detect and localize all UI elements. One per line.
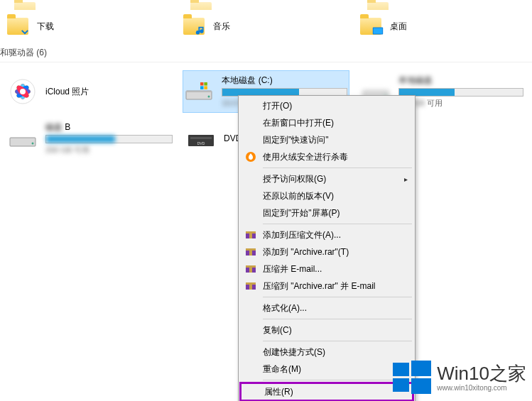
winrar-icon [244,246,257,258]
svg-rect-1 [373,28,382,34]
divider [0,62,532,62]
svg-rect-13 [186,91,212,92]
ctx-separator [263,341,412,341]
ctx-separator [263,380,412,380]
icloud-photos-drive[interactable]: iCloud 照片 [7,71,172,112]
music-label: 音乐 [213,21,230,33]
downloads-label: 下载 [37,21,54,33]
ctx-copy[interactable]: 复制(C) [240,322,413,339]
ctx-grant-access[interactable]: 授予访问权限(G) [240,170,413,187]
desktop-folder[interactable]: 桌面 [360,10,525,43]
ctx-separator [263,224,412,224]
context-menu: 打开(O) 在新窗口中打开(E) 固定到"快速访问" 使用火绒安全进行杀毒 授予… [238,95,416,401]
svg-rect-16 [205,82,208,86]
huorong-icon [244,150,257,163]
svg-rect-41 [393,378,409,392]
ctx-rename[interactable]: 重命名(M) [240,361,413,378]
ctx-restore-previous[interactable]: 还原以前的版本(V) [240,187,413,204]
folder-icon [7,18,28,35]
windows-logo-icon [393,358,431,397]
svg-rect-35 [249,265,252,273]
drive-usage-bar [398,88,523,97]
music-note-icon [195,25,207,38]
download-arrow-icon [18,25,31,38]
ctx-pin-start[interactable]: 固定到"开始"屏幕(P) [240,204,413,221]
svg-rect-15 [200,82,204,86]
hard-drive-icon [9,128,37,149]
icloud-photos-label: iCloud 照片 [45,86,89,98]
ctx-pin-quick-access[interactable]: 固定到"快速访问" [240,131,413,148]
desktop-monitor-icon [371,25,384,38]
watermark-url: www.win10xitong.com [437,384,506,392]
folder-icon [183,18,205,35]
drive-free-suffix: 100 GB 可用 [398,98,523,109]
svg-point-22 [32,143,34,145]
music-folder[interactable]: 音乐 [183,10,348,43]
svg-rect-29 [249,231,252,238]
ctx-separator [263,167,412,168]
ctx-separator [263,297,412,297]
downloads-folder[interactable]: 下载 [7,10,172,43]
ctx-add-to-archive[interactable]: 添加到压缩文件(A)... [240,226,413,243]
watermark: Win10之家 www.win10xitong.com [393,358,526,397]
icloud-photos-icon [9,77,37,106]
svg-rect-32 [249,248,252,256]
ctx-compress-rar-email[interactable]: 压缩到 "Archive.rar" 并 E-mail [240,278,413,295]
drive-label: 本地磁盘 [398,75,523,87]
ctx-open-new-window[interactable]: 在新窗口中打开(E) [240,114,413,131]
svg-rect-40 [411,361,431,376]
winrar-icon [244,263,257,275]
ctx-create-shortcut[interactable]: 创建快捷方式(S) [240,344,413,361]
drive-item-blurred-2[interactable]: 磁盘 B 200 GB 可用 [7,118,174,159]
svg-point-14 [208,96,210,98]
svg-rect-17 [200,86,204,89]
local-disk-c-label: 本地磁盘 (C:) [222,75,347,87]
ctx-compress-email[interactable]: 压缩并 E-mail... [240,260,413,278]
watermark-title: Win10之家 [437,363,526,384]
svg-rect-42 [411,378,431,394]
ctx-huorong-scan[interactable]: 使用火绒安全进行杀毒 [240,148,413,165]
ctx-separator [263,319,412,319]
svg-point-11 [20,89,26,94]
ctx-open[interactable]: 打开(O) [240,97,413,114]
drive-label: 磁盘 B [45,121,173,133]
dvd-drive-icon: DVD [187,128,215,149]
ctx-format[interactable]: 格式化(A)... [240,300,413,317]
svg-text:DVD: DVD [197,141,205,145]
ctx-add-to-archive-rar[interactable]: 添加到 "Archive.rar"(T) [240,243,413,260]
folder-icon [360,18,381,35]
winrar-icon [244,280,257,292]
windows-drive-icon [185,81,213,102]
svg-rect-38 [249,282,252,290]
drives-section-header: 和驱动器 (6) [0,43,532,60]
ctx-properties[interactable]: 属性(R) [239,382,414,401]
winrar-icon [244,229,257,241]
drive-usage-bar [45,135,173,143]
desktop-label: 桌面 [390,21,407,33]
svg-rect-24 [190,137,212,139]
svg-rect-21 [10,138,36,146]
svg-rect-18 [205,86,208,89]
svg-rect-39 [393,363,409,376]
drive-free-text: 200 GB 可用 [45,145,173,155]
